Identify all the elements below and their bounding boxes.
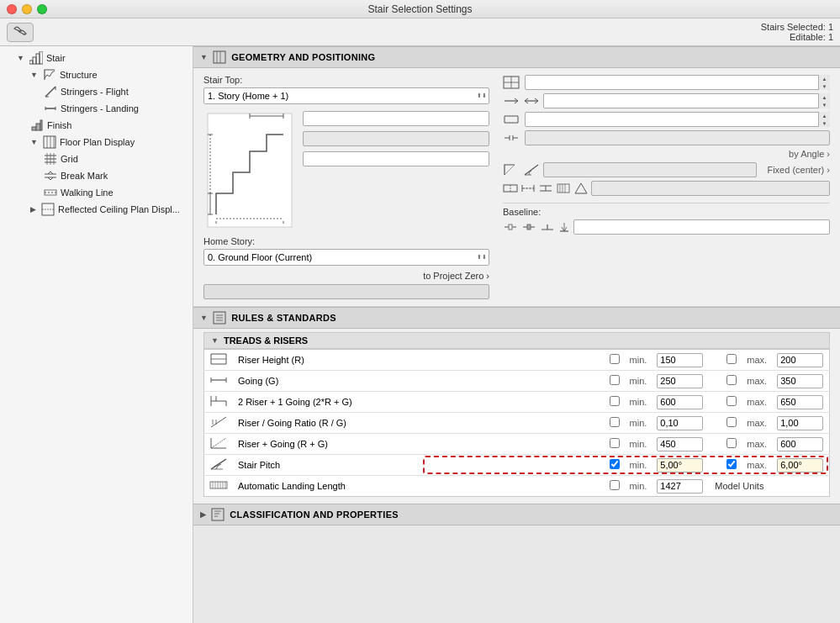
spin-down-3[interactable]: ▼	[819, 119, 830, 127]
max-value-3[interactable]	[777, 416, 823, 430]
min-value-6[interactable]	[657, 479, 703, 494]
baseline-label: Baseline:	[503, 207, 830, 217]
right-dim3-input[interactable]: 150	[525, 112, 830, 127]
spin-up-1[interactable]: ▲	[819, 75, 830, 82]
min-checkbox-5[interactable]	[610, 459, 620, 469]
max-value-5[interactable]	[777, 458, 823, 473]
spin-up-3[interactable]: ▲	[819, 112, 830, 119]
toolbar-icon-button[interactable]	[7, 23, 34, 42]
stairs-info: Stairs Selected: 1 Editable: 1	[761, 22, 833, 42]
class-triangle[interactable]: ▶	[200, 510, 206, 519]
max-checkbox-5[interactable]	[726, 459, 737, 469]
stair-top-select[interactable]: 1. Story (Home + 1)	[203, 87, 489, 104]
reflected-ceiling-label: Reflected Ceiling Plan Displ...	[58, 204, 180, 214]
max-checkbox-3[interactable]	[726, 417, 737, 427]
row-max-label: max.	[742, 434, 772, 455]
app-body: ▼ Stair ▼ Structure Stringers - Flight S…	[0, 46, 840, 623]
sidebar-item-finish[interactable]: Finish	[0, 117, 193, 134]
row-name-cell: Riser Height (R)	[233, 350, 591, 371]
min-value-5[interactable]	[657, 458, 703, 473]
home-story-select[interactable]: 0. Ground Floor (Current)	[203, 249, 489, 266]
row-icon-cell	[204, 392, 234, 413]
spinner-2[interactable]: ▲ ▼	[818, 93, 830, 108]
right-dim1-input[interactable]: 1000	[525, 75, 830, 90]
row-name-cell: Riser + Going (R + G)	[233, 434, 591, 455]
close-button[interactable]	[7, 4, 17, 14]
min-value-0[interactable]	[657, 353, 703, 367]
baseline-input[interactable]: 0	[573, 219, 830, 235]
sidebar-item-stringers-landing[interactable]: Stringers - Landing	[0, 100, 193, 117]
baseline-icon-2	[521, 221, 536, 233]
arrow-icon-1	[503, 94, 520, 108]
spin-down-1[interactable]: ▼	[819, 82, 830, 90]
sidebar-item-structure[interactable]: ▼ Structure	[0, 66, 193, 83]
min-checkbox-4[interactable]	[610, 438, 620, 448]
spinner-3[interactable]: ▲ ▼	[818, 112, 830, 127]
classification-section-header: ▶ CLASSIFICATION AND PROPERTIES	[193, 504, 840, 525]
geo-triangle[interactable]: ▼	[200, 53, 208, 61]
row-min-value	[652, 392, 708, 413]
sidebar-item-stringers-flight[interactable]: Stringers - Flight	[0, 83, 193, 100]
max-value-2[interactable]	[777, 395, 823, 409]
svg-line-85	[564, 227, 567, 231]
max-checkbox-4[interactable]	[726, 438, 737, 448]
row-max-check-cell	[708, 455, 742, 476]
sidebar-item-reflected-ceiling[interactable]: ▶ Reflected Ceiling Plan Displ...	[0, 201, 193, 218]
min-checkbox-1[interactable]	[610, 375, 620, 385]
treads-triangle[interactable]: ▼	[211, 336, 219, 345]
right-dim2-input[interactable]: 20	[543, 93, 830, 108]
min-value-4[interactable]	[657, 437, 703, 451]
dim2-input[interactable]: 3000	[303, 131, 489, 146]
min-value-1[interactable]	[657, 374, 703, 388]
dim4-input[interactable]: 100	[203, 284, 489, 299]
max-value-4[interactable]	[777, 437, 823, 451]
max-checkbox-0[interactable]	[726, 354, 737, 364]
right-dim6-input[interactable]: 500	[591, 181, 830, 196]
min-value-2[interactable]	[657, 395, 703, 409]
dim1-input[interactable]: 100	[303, 111, 489, 126]
home-story-label: Home Story:	[203, 236, 489, 246]
sidebar-item-floor-plan-display[interactable]: ▼ Floor Plan Display	[0, 134, 193, 150]
right-dim5-input[interactable]: 75,00°	[543, 162, 757, 177]
spinner-1[interactable]: ▲ ▼	[818, 75, 830, 90]
dim3-input[interactable]: 100	[303, 151, 489, 166]
dim4-row: 100	[203, 284, 489, 299]
spin-up-2[interactable]: ▲	[819, 93, 830, 101]
min-checkbox-3[interactable]	[610, 417, 620, 427]
ratio-icon	[209, 415, 228, 429]
rules-content: ▼ TREADS & RISERS	[193, 329, 840, 504]
right-dim4-input[interactable]: 1427 ≤ G ≤ 1715	[525, 130, 830, 145]
svg-rect-3	[36, 54, 40, 64]
spin-down-2[interactable]: ▼	[819, 101, 830, 108]
baseline-section: Baseline: 0	[503, 203, 830, 235]
max-checkbox-1[interactable]	[726, 375, 737, 385]
row-min-label: min.	[625, 476, 652, 497]
row-icon-cell	[204, 434, 234, 455]
by-angle-link[interactable]: by Angle ›	[789, 149, 830, 159]
min-value-3[interactable]	[657, 416, 703, 430]
row-icon-cell	[204, 455, 234, 476]
max-value-1[interactable]	[777, 374, 823, 388]
min-checkbox-6[interactable]	[610, 480, 620, 490]
row-max-check-cell	[708, 392, 742, 413]
min-checkbox-2[interactable]	[610, 396, 620, 406]
row-max-label: max.	[742, 371, 772, 392]
row-min-value	[652, 434, 708, 455]
min-checkbox-0[interactable]	[610, 354, 620, 364]
sidebar-item-grid[interactable]: Grid	[0, 150, 193, 167]
row-max-check-cell	[708, 350, 742, 371]
break-mark-label: Break Mark	[61, 171, 108, 181]
sidebar-item-walking-line[interactable]: Walking Line	[0, 184, 193, 201]
baseline-icon-3	[540, 221, 555, 233]
sidebar-item-break-mark[interactable]: Break Mark	[0, 167, 193, 184]
fixed-center-link[interactable]: Fixed (center) ›	[767, 165, 830, 175]
max-checkbox-2[interactable]	[726, 396, 737, 406]
row-max-check-cell	[708, 371, 742, 392]
rules-triangle[interactable]: ▼	[200, 314, 208, 322]
minimize-button[interactable]	[22, 4, 32, 14]
max-value-0[interactable]	[777, 353, 823, 367]
to-project-zero[interactable]: to Project Zero ›	[423, 271, 489, 281]
maximize-button[interactable]	[37, 4, 47, 14]
floor-plan-icon	[43, 135, 56, 149]
sidebar-item-stair[interactable]: ▼ Stair	[0, 50, 193, 66]
